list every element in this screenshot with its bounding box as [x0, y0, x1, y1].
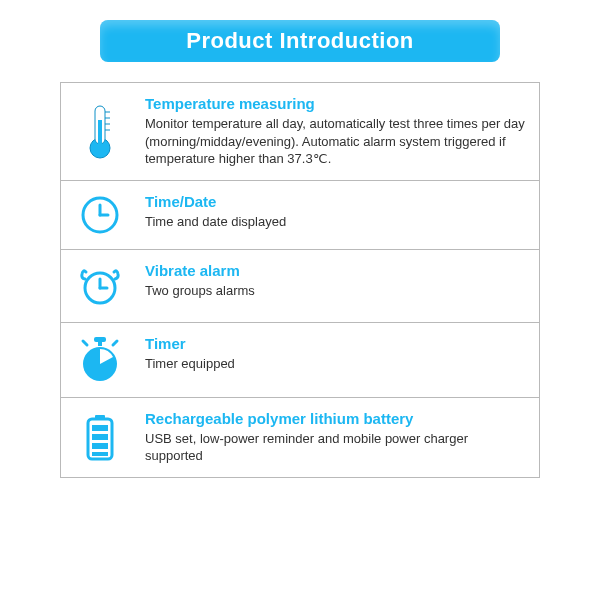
feature-desc: Timer equipped [145, 355, 525, 373]
table-row: Timer Timer equipped [61, 323, 539, 398]
svg-rect-20 [92, 425, 108, 431]
feature-desc: Monitor temperature all day, automatical… [145, 115, 525, 168]
feature-text: Vibrate alarm Two groups alarms [139, 250, 539, 322]
feature-title: Timer [145, 335, 525, 352]
feature-title: Vibrate alarm [145, 262, 525, 279]
table-row: Temperature measuring Monitor temperatur… [61, 83, 539, 181]
clock-icon [61, 181, 139, 249]
stopwatch-icon [61, 323, 139, 397]
svg-rect-23 [92, 452, 108, 456]
svg-rect-14 [98, 341, 102, 346]
svg-rect-22 [92, 443, 108, 449]
thermometer-icon [61, 83, 139, 180]
svg-rect-21 [92, 434, 108, 440]
feature-title: Rechargeable polymer lithium battery [145, 410, 525, 427]
table-row: Vibrate alarm Two groups alarms [61, 250, 539, 323]
feature-table: Temperature measuring Monitor temperatur… [60, 82, 540, 478]
svg-rect-2 [98, 120, 102, 148]
feature-title: Temperature measuring [145, 95, 525, 112]
feature-text: Time/Date Time and date displayed [139, 181, 539, 249]
svg-line-16 [83, 341, 87, 345]
feature-text: Temperature measuring Monitor temperatur… [139, 83, 539, 180]
table-row: Time/Date Time and date displayed [61, 181, 539, 250]
table-row: Rechargeable polymer lithium battery USB… [61, 398, 539, 477]
feature-desc: Two groups alarms [145, 282, 525, 300]
battery-icon [61, 398, 139, 477]
feature-title: Time/Date [145, 193, 525, 210]
feature-desc: USB set, low-power reminder and mobile p… [145, 430, 525, 465]
feature-text: Timer Timer equipped [139, 323, 539, 397]
svg-line-15 [113, 341, 117, 345]
page-title: Product Introduction [100, 20, 500, 62]
feature-text: Rechargeable polymer lithium battery USB… [139, 398, 539, 477]
alarm-icon [61, 250, 139, 322]
feature-desc: Time and date displayed [145, 213, 525, 231]
